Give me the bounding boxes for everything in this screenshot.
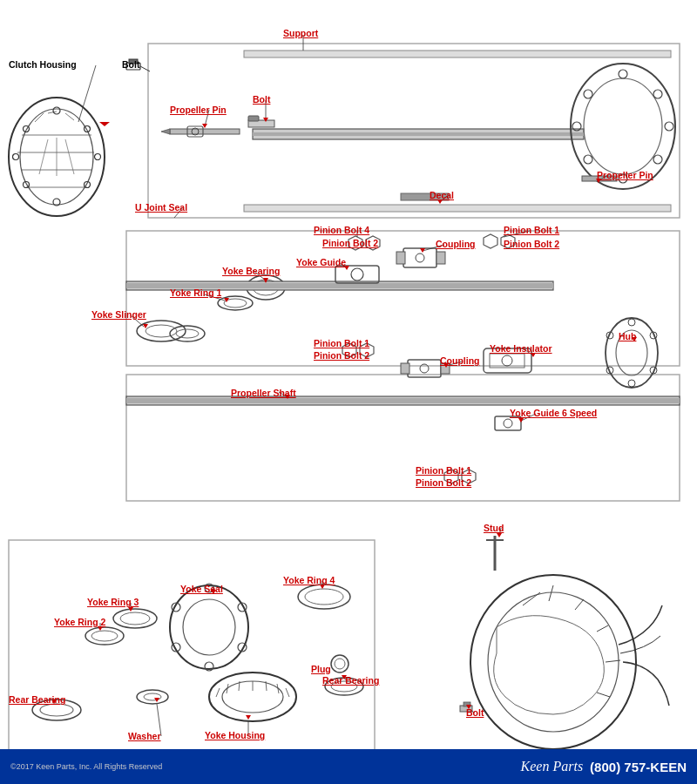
yoke-slinger-label[interactable]: Yoke Slinger (91, 309, 146, 320)
pinion-bolt-2-top-label[interactable]: Pinion Bolt 2 (322, 238, 378, 248)
diagram-container: Clutch Housing Bolt Support Bolt Propell… (0, 0, 697, 784)
clutch-housing-label: Clutch Housing (9, 59, 77, 70)
svg-rect-29 (244, 205, 671, 212)
svg-rect-28 (244, 51, 671, 57)
footer-copyright: ©2017 Keen Parts, Inc. All Rights Reserv… (10, 762, 162, 771)
phone-number: (800) 757-KEEN (590, 760, 687, 774)
u-joint-seal-label[interactable]: U Joint Seal (135, 202, 187, 213)
bolt-2-label[interactable]: Bolt (253, 94, 270, 105)
yoke-guide-6speed-label[interactable]: Yoke Guide 6 Speed (510, 408, 597, 418)
yoke-ring-1-label[interactable]: Yoke Ring 1 (170, 287, 221, 298)
yoke-bearing-label[interactable]: Yoke Bearing (222, 266, 280, 276)
coupling-top-label[interactable]: Coupling (436, 239, 476, 249)
pinion-bolt-1-mid-label[interactable]: Pinion Bolt 1 (314, 338, 369, 348)
parts-diagram-svg (0, 0, 697, 784)
yoke-ring-4-label[interactable]: Yoke Ring 4 (283, 575, 335, 585)
svg-rect-37 (253, 132, 584, 136)
svg-rect-35 (248, 116, 259, 121)
washer-label[interactable]: Washer (128, 731, 161, 741)
coupling-mid-label[interactable]: Coupling (440, 355, 480, 366)
bolt-top-label: Bolt (122, 59, 139, 70)
bolt-bot-label[interactable]: Bolt (466, 707, 484, 718)
support-label[interactable]: Support (283, 28, 318, 38)
hub-label[interactable]: Hub (619, 331, 636, 341)
propeller-shaft-label[interactable]: Propeller Shaft (231, 388, 296, 398)
svg-rect-30 (170, 129, 240, 134)
yoke-guide-top-label[interactable]: Yoke Guide (296, 257, 346, 267)
pinion-bolt-2-bot-label[interactable]: Pinion Bolt 2 (416, 477, 471, 488)
yoke-seal-label[interactable]: Yoke Seal (180, 584, 223, 594)
svg-rect-71 (126, 398, 680, 403)
pinion-bolt-2-right-label[interactable]: Pinion Bolt 2 (504, 239, 559, 249)
svg-rect-75 (401, 363, 409, 374)
rear-bearing-left-label[interactable]: Rear Bearing (9, 694, 65, 705)
brand-name: Keen Parts (521, 759, 584, 774)
propeller-pin-left-label[interactable]: Propeller Pin (170, 105, 227, 115)
pinion-bolt-4-label[interactable]: Pinion Bolt 4 (314, 225, 369, 235)
yoke-insulator-label[interactable]: Yoke Insulator (490, 343, 552, 354)
pinion-bolt-2-mid-label[interactable]: Pinion Bolt 2 (314, 350, 369, 361)
propeller-pin-right-label[interactable]: Propeller Pin (597, 170, 653, 180)
svg-rect-66 (436, 252, 445, 264)
stud-label[interactable]: Stud (484, 523, 504, 533)
yoke-housing-label[interactable]: Yoke Housing (205, 730, 265, 740)
pinion-bolt-1-bot-label[interactable]: Pinion Bolt 1 (416, 465, 471, 476)
yoke-ring-3-label[interactable]: Yoke Ring 3 (87, 597, 139, 607)
plug-label[interactable]: Plug (311, 664, 331, 674)
decal-label[interactable]: Decal (430, 190, 454, 200)
yoke-ring-2-label[interactable]: Yoke Ring 2 (54, 617, 105, 627)
rear-bearing-bot-label[interactable]: Rear Bearing (322, 675, 379, 686)
footer: ©2017 Keen Parts, Inc. All Rights Reserv… (0, 749, 697, 784)
pinion-bolt-1-topright-label[interactable]: Pinion Bolt 1 (504, 225, 559, 235)
svg-rect-65 (396, 252, 405, 264)
